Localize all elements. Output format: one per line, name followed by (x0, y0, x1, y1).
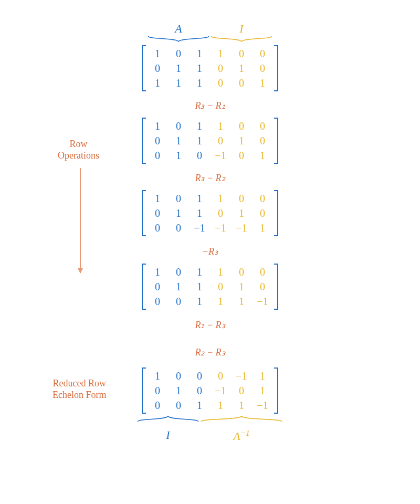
m4-l12: 1 (189, 279, 210, 294)
m4-l20: 0 (147, 294, 168, 309)
m2-r01: 0 (231, 119, 252, 133)
m1-l01: 0 (168, 46, 189, 61)
m2-r21: 0 (231, 148, 252, 163)
m3-l02: 1 (189, 191, 210, 206)
m4-r00: 1 (210, 265, 231, 279)
m4-r11: 1 (231, 279, 252, 294)
m5-l20: 0 (147, 398, 168, 413)
m1-l20: 1 (147, 76, 168, 90)
m2-r22: 1 (252, 148, 273, 163)
row-op-1: R₃ − R₁ (195, 100, 225, 111)
m5-l10: 0 (147, 383, 168, 398)
m3-l11: 1 (168, 206, 189, 220)
m2-r02: 0 (252, 119, 273, 133)
m1-r00: 1 (210, 46, 231, 61)
m4-l11: 1 (168, 279, 189, 294)
label-row-operations: Row Operations (58, 139, 99, 161)
m3-r12: 0 (252, 206, 273, 220)
m5-l11: 1 (168, 383, 189, 398)
m2-r11: 1 (231, 133, 252, 148)
m1-l12: 1 (189, 61, 210, 76)
m3-r00: 1 (210, 191, 231, 206)
label-rref-l2: Echelon Form (52, 390, 106, 400)
m3-r20: −1 (210, 220, 231, 235)
label-A-inverse-base: A (233, 429, 240, 443)
m4-r01: 0 (231, 265, 252, 279)
m4-l21: 0 (168, 294, 189, 309)
matrix-step-4: 101100 011010 00111−1 (142, 264, 278, 310)
m4-r10: 0 (210, 279, 231, 294)
m5-r01: −1 (231, 369, 252, 383)
m5-r12: 1 (252, 383, 273, 398)
m3-l12: 1 (189, 206, 210, 220)
m1-l21: 1 (168, 76, 189, 90)
m5-r20: 1 (210, 398, 231, 413)
row-op-5: R₂ − R₃ (195, 346, 225, 358)
m3-l22: −1 (189, 220, 210, 235)
m3-l20: 0 (147, 220, 168, 235)
m3-r22: 1 (252, 220, 273, 235)
m2-l12: 1 (189, 133, 210, 148)
m3-r01: 0 (231, 191, 252, 206)
m5-l00: 1 (147, 369, 168, 383)
m2-l01: 0 (168, 119, 189, 133)
m2-r00: 1 (210, 119, 231, 133)
m4-r22: −1 (252, 294, 273, 309)
m2-r12: 0 (252, 133, 273, 148)
m1-r12: 0 (252, 61, 273, 76)
m4-l10: 0 (147, 279, 168, 294)
m2-r10: 0 (210, 133, 231, 148)
label-A-inverse-exp: −1 (240, 428, 250, 437)
bottom-braces (136, 416, 284, 422)
m3-r21: −1 (231, 220, 252, 235)
m2-l11: 1 (168, 133, 189, 148)
m5-l12: 0 (189, 383, 210, 398)
brace-Ainv-bottom-icon (200, 416, 284, 422)
m4-l01: 0 (168, 265, 189, 279)
m5-r00: 0 (210, 369, 231, 383)
row-op-3: −R₃ (202, 246, 218, 257)
m3-r11: 1 (231, 206, 252, 220)
label-row-operations-l2: Operations (58, 150, 99, 161)
matrix-step-2: 101100 011010 010−101 (142, 118, 278, 164)
brace-I-icon (210, 36, 273, 42)
m4-l02: 1 (189, 265, 210, 279)
brace-A-icon (147, 36, 210, 42)
m1-l11: 1 (168, 61, 189, 76)
matrix-step-3: 101100 011010 00−1−1−11 (142, 190, 278, 236)
m5-r21: 1 (231, 398, 252, 413)
m5-l01: 0 (168, 369, 189, 383)
m4-l22: 1 (189, 294, 210, 309)
m4-l00: 1 (147, 265, 168, 279)
m1-r22: 1 (252, 76, 273, 90)
m4-r12: 0 (252, 279, 273, 294)
m1-l22: 1 (189, 76, 210, 90)
matrix-step-5: 1000−11 010−101 00111−1 (142, 368, 278, 414)
m3-l10: 0 (147, 206, 168, 220)
m3-r10: 0 (210, 206, 231, 220)
m5-l22: 1 (189, 398, 210, 413)
arrow-down-icon (80, 168, 81, 273)
m2-l22: 0 (189, 148, 210, 163)
m2-l21: 1 (168, 148, 189, 163)
label-row-operations-l1: Row (69, 139, 87, 149)
m1-r11: 1 (231, 61, 252, 76)
label-rref: Reduced Row Echelon Form (52, 378, 106, 401)
m4-r21: 1 (231, 294, 252, 309)
top-matrix-labels: A I (147, 22, 273, 36)
m2-l20: 0 (147, 148, 168, 163)
m1-l10: 0 (147, 61, 168, 76)
m3-r02: 0 (252, 191, 273, 206)
m3-l01: 0 (168, 191, 189, 206)
m1-r21: 0 (231, 76, 252, 90)
label-A: A (147, 22, 210, 36)
m4-r20: 1 (210, 294, 231, 309)
m2-l10: 0 (147, 133, 168, 148)
label-A-inverse: A−1 (200, 428, 284, 443)
m5-r22: −1 (252, 398, 273, 413)
m1-r10: 0 (210, 61, 231, 76)
m2-r20: −1 (210, 148, 231, 163)
m4-r02: 0 (252, 265, 273, 279)
m5-r10: −1 (210, 383, 231, 398)
m1-r20: 0 (210, 76, 231, 90)
